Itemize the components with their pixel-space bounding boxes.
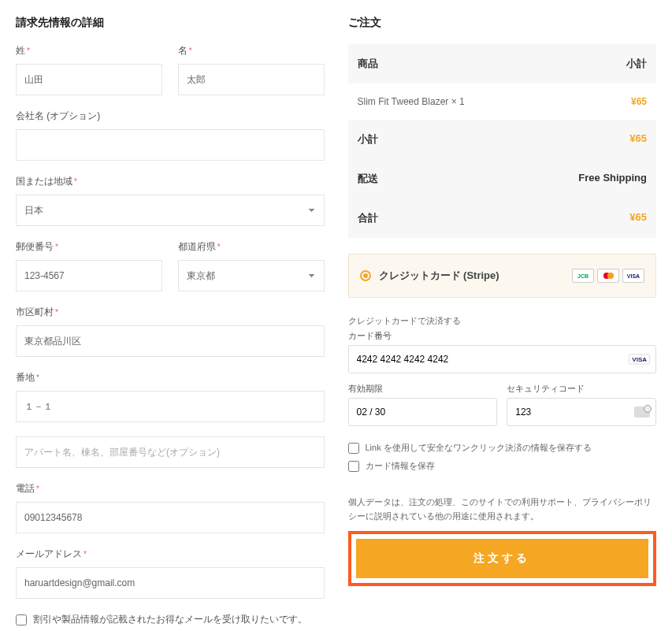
jcb-icon: JCB (572, 269, 594, 283)
item-price: ¥65 (631, 96, 647, 107)
item-name: Slim Fit Tweed Blazer × 1 (358, 96, 465, 107)
first-name-input[interactable] (178, 64, 325, 95)
visa-icon: VISA (622, 269, 644, 283)
address1-input[interactable] (16, 391, 325, 422)
order-table: 商品 小計 Slim Fit Tweed Blazer × 1 ¥65 小計 ¥… (348, 44, 657, 238)
expiry-input[interactable] (348, 398, 498, 426)
subtotal-label: 小計 (358, 132, 378, 147)
city-label: 市区町村 (16, 306, 325, 319)
postcode-label: 郵便番号 (16, 240, 162, 254)
cvc-card-icon (634, 406, 650, 418)
optin-checkbox[interactable] (16, 614, 27, 625)
company-input[interactable] (16, 129, 325, 161)
country-select[interactable]: 日本 (16, 195, 325, 226)
visa-badge-icon: VISA (629, 354, 650, 365)
privacy-text: 個人データは、注文の処理、このサイトでの利用サポート、プライバシーポリシーに説明… (348, 496, 657, 523)
city-input[interactable] (16, 325, 325, 357)
shipping-label: 配送 (358, 172, 378, 186)
first-name-label: 名 (178, 44, 325, 58)
last-name-input[interactable] (16, 64, 162, 95)
state-select[interactable]: 東京都 (178, 260, 325, 291)
link-label: Link を使用して安全なワンクリック決済の情報を保存する (366, 442, 592, 454)
optin-label: 割引や製品情報が記載されたお得なメールを受け取りたいです。 (33, 613, 307, 626)
total-label: 合計 (358, 211, 378, 225)
th-subtotal: 小計 (626, 57, 647, 71)
company-label: 会社名 (オプション) (16, 109, 325, 123)
mastercard-icon (597, 269, 619, 283)
postcode-input[interactable] (16, 260, 162, 291)
billing-title: 請求先情報の詳細 (16, 16, 325, 30)
country-label: 国または地域 (16, 175, 325, 188)
cvc-label: セキュリティコード (507, 383, 656, 395)
order-button-highlight: 注文する (348, 531, 657, 586)
address2-input[interactable] (16, 436, 325, 468)
expiry-label: 有効期限 (348, 383, 498, 395)
address1-label: 番地 (16, 371, 325, 384)
total-value: ¥65 (629, 211, 647, 225)
shipping-value: Free Shipping (578, 172, 647, 186)
radio-selected-icon (360, 270, 371, 281)
email-label: メールアドレス (16, 547, 325, 561)
last-name-label: 姓 (16, 44, 162, 58)
state-label: 都道府県 (178, 240, 325, 254)
card-logos: JCB VISA (572, 269, 644, 283)
place-order-button[interactable]: 注文する (356, 539, 649, 578)
phone-label: 電話 (16, 482, 325, 496)
subtotal-value: ¥65 (629, 132, 647, 147)
cc-desc: クレジットカードで決済する (348, 315, 657, 327)
payment-method-label: クレジットカード (Stripe) (379, 269, 499, 283)
save-card-checkbox[interactable] (348, 461, 359, 472)
payment-method[interactable]: クレジットカード (Stripe) JCB VISA (348, 254, 657, 298)
th-product: 商品 (358, 57, 378, 71)
card-number-input[interactable] (348, 345, 657, 373)
order-title: ご注文 (348, 16, 657, 30)
save-card-label: カード情報を保存 (366, 460, 435, 472)
link-checkbox[interactable] (348, 443, 359, 454)
card-number-label: カード番号 (348, 330, 657, 342)
phone-input[interactable] (16, 502, 325, 533)
email-input[interactable] (16, 567, 325, 599)
